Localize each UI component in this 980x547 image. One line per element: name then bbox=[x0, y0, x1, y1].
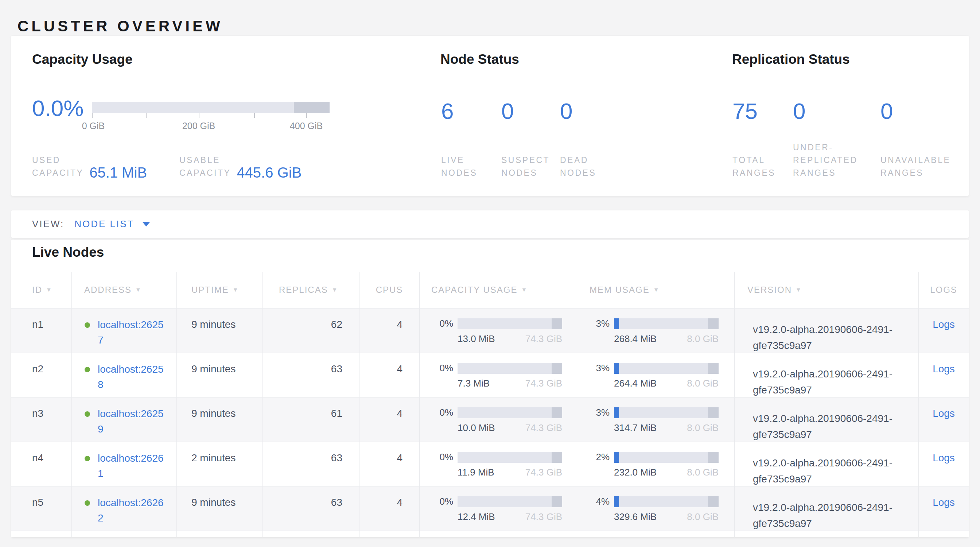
logs-link[interactable]: Logs bbox=[932, 452, 955, 463]
capacity-total-value: 74.3 GiB bbox=[525, 333, 562, 345]
capacity-total-value: 74.3 GiB bbox=[525, 378, 562, 389]
mem-percent: 3% bbox=[587, 363, 609, 374]
header-uptime[interactable]: UPTIME▼ bbox=[177, 272, 263, 308]
replicas-cell: 63 bbox=[263, 487, 360, 531]
view-dropdown-value[interactable]: NODE LIST bbox=[75, 218, 134, 230]
view-dropdown[interactable]: NODE LIST bbox=[75, 218, 150, 230]
replicas-cell: 63 bbox=[263, 353, 360, 397]
uptime-cell: 9 minutes bbox=[177, 487, 263, 531]
table-row: n1 localhost:26257 9 minutes 62 4 0% 13.… bbox=[11, 308, 969, 353]
mem-used-value: 232.0 MiB bbox=[614, 467, 657, 478]
header-address[interactable]: ADDRESS▼ bbox=[72, 272, 177, 308]
mem-percent: 3% bbox=[587, 318, 609, 329]
version-cell: v19.2.0-alpha.20190606-2491-gfe735c9a97 bbox=[735, 442, 919, 486]
mem-usage-cell: 4% 329.6 MiB 8.0 GiB bbox=[576, 487, 735, 531]
capacity-total-value: 74.3 GiB bbox=[525, 422, 562, 434]
capacity-usage-cell: 0% 13.0 MiB 74.3 GiB bbox=[420, 308, 576, 353]
capacity-usage-cell: 0% 11.9 MiB 74.3 GiB bbox=[420, 442, 576, 486]
live-status-dot-icon bbox=[84, 500, 90, 506]
cpus-cell: 4 bbox=[360, 442, 420, 486]
capacity-total-value: 74.3 GiB bbox=[525, 511, 562, 523]
replication-metrics: 75 TOTALRANGES 0 UNDER-REPLICATEDRANGES … bbox=[732, 99, 975, 180]
capacity-usage-cell: 0% 7.3 MiB 74.3 GiB bbox=[420, 353, 576, 397]
live-status-dot-icon bbox=[84, 456, 90, 461]
logs-link[interactable]: Logs bbox=[932, 408, 955, 419]
capacity-used-value: 13.0 MiB bbox=[458, 333, 495, 345]
mem-total-value: 8.0 GiB bbox=[687, 511, 719, 523]
suspect-nodes-metric: 0 SUSPECTNODES bbox=[501, 99, 560, 180]
replication-status-title: Replication Status bbox=[732, 52, 850, 67]
header-cpus: CPUS bbox=[360, 272, 420, 308]
unavailable-ranges-metric: 0 UNAVAILABLERANGES bbox=[880, 99, 975, 180]
capacity-percent: 0% bbox=[431, 452, 453, 463]
total-ranges-metric: 75 TOTALRANGES bbox=[732, 99, 793, 180]
logs-cell: Logs bbox=[919, 442, 969, 486]
node-address-link[interactable]: localhost:26257 bbox=[98, 317, 167, 348]
logs-link[interactable]: Logs bbox=[932, 319, 955, 330]
mem-bar bbox=[614, 496, 719, 507]
header-replicas[interactable]: REPLICAS▼ bbox=[263, 272, 360, 308]
node-address-link[interactable]: localhost:26261 bbox=[98, 451, 167, 481]
node-address-link[interactable]: localhost:26262 bbox=[98, 495, 167, 526]
capacity-bar bbox=[458, 452, 562, 463]
sort-desc-icon: ▼ bbox=[135, 287, 142, 293]
capacity-bar bbox=[458, 363, 562, 374]
node-address-cell: localhost:26261 bbox=[72, 442, 177, 486]
capacity-percent: 0% bbox=[431, 318, 453, 329]
sort-desc-icon: ▼ bbox=[521, 287, 528, 293]
logs-link[interactable]: Logs bbox=[932, 497, 955, 508]
logs-cell: Logs bbox=[919, 398, 969, 442]
capacity-used-value: 12.4 MiB bbox=[458, 511, 495, 523]
capacity-total-value: 74.3 GiB bbox=[525, 467, 562, 478]
cpus-cell: 4 bbox=[360, 308, 420, 353]
axis-tick bbox=[306, 113, 307, 118]
mem-percent: 2% bbox=[587, 452, 609, 463]
mem-total-value: 8.0 GiB bbox=[687, 422, 719, 434]
mem-total-value: 8.0 GiB bbox=[687, 378, 719, 389]
live-nodes-metric: 6 LIVENODES bbox=[441, 99, 501, 180]
logs-cell: Logs bbox=[919, 308, 969, 353]
used-capacity-value: 65.1 MiB bbox=[89, 165, 147, 180]
capacity-usage-cell: 0% 10.0 MiB 74.3 GiB bbox=[420, 398, 576, 442]
capacity-usage-cell: 0% 12.4 MiB 74.3 GiB bbox=[420, 487, 576, 531]
mem-bar bbox=[614, 363, 719, 374]
sort-desc-icon: ▼ bbox=[46, 287, 52, 293]
mem-percent: 3% bbox=[587, 407, 609, 418]
version-cell: v19.2.0-alpha.20190606-2491-gfe735c9a97 bbox=[735, 487, 919, 531]
version-cell: v19.2.0-alpha.20190606-2491-gfe735c9a97 bbox=[735, 308, 919, 353]
uptime-cell: 9 minutes bbox=[177, 308, 263, 353]
uptime-cell: 9 minutes bbox=[177, 398, 263, 442]
header-capacity-usage[interactable]: CAPACITY USAGE▼ bbox=[420, 272, 576, 308]
node-address-link[interactable]: localhost:26258 bbox=[98, 362, 167, 393]
logs-link[interactable]: Logs bbox=[932, 363, 955, 375]
capacity-percent: 0% bbox=[431, 407, 453, 418]
cpus-cell: 4 bbox=[360, 487, 420, 531]
live-status-dot-icon bbox=[84, 411, 90, 417]
live-status-dot-icon bbox=[84, 367, 90, 372]
node-address-cell: localhost:26258 bbox=[72, 353, 177, 397]
mem-usage-cell: 2% 232.0 MiB 8.0 GiB bbox=[576, 442, 735, 486]
node-address-cell: localhost:26257 bbox=[72, 308, 177, 353]
table-header-row: ID▼ ADDRESS▼ UPTIME▼ REPLICAS▼ CPUS CAPA… bbox=[11, 272, 969, 308]
mem-bar bbox=[614, 407, 719, 418]
header-version[interactable]: VERSION▼ bbox=[735, 272, 919, 308]
table-row: n3 localhost:26259 9 minutes 61 4 0% 10.… bbox=[11, 397, 969, 442]
header-id[interactable]: ID▼ bbox=[11, 272, 72, 308]
replicas-cell: 61 bbox=[263, 398, 360, 442]
logs-cell: Logs bbox=[919, 487, 969, 531]
live-status-dot-icon bbox=[84, 322, 90, 328]
mem-total-value: 8.0 GiB bbox=[687, 467, 719, 478]
logs-cell: Logs bbox=[919, 353, 969, 397]
replicas-cell: 62 bbox=[263, 308, 360, 353]
capacity-used-value: 10.0 MiB bbox=[458, 422, 495, 434]
capacity-used-value: 7.3 MiB bbox=[458, 378, 490, 389]
node-address-link[interactable]: localhost:26259 bbox=[98, 406, 167, 437]
table-row: n5 localhost:26262 9 minutes 63 4 0% 12.… bbox=[11, 486, 969, 531]
node-status-metrics: 6 LIVENODES 0 SUSPECTNODES 0 DEADNODES bbox=[441, 99, 640, 180]
sort-desc-icon: ▼ bbox=[332, 287, 338, 293]
mem-used-value: 329.6 MiB bbox=[614, 511, 657, 523]
mem-used-value: 264.4 MiB bbox=[614, 378, 657, 389]
capacity-bar bbox=[458, 318, 562, 329]
node-status-title: Node Status bbox=[441, 52, 519, 67]
header-mem-usage[interactable]: MEM USAGE▼ bbox=[576, 272, 735, 308]
